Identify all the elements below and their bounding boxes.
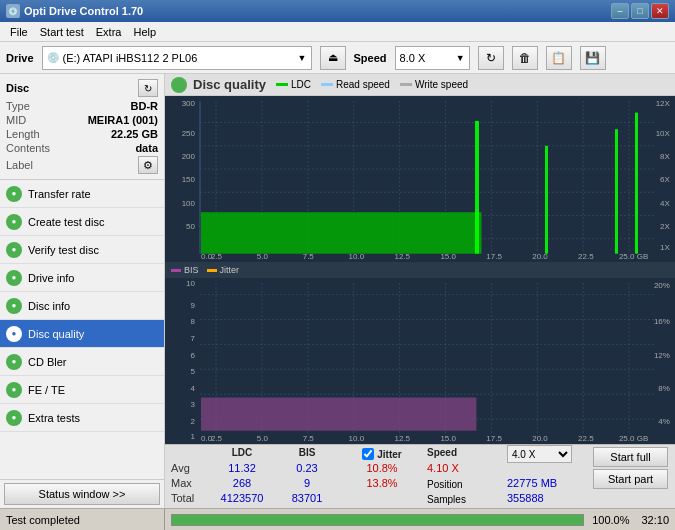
- nav-disc-quality[interactable]: ● Disc quality: [0, 320, 164, 348]
- minimize-button[interactable]: –: [611, 3, 629, 19]
- chart2-container: 10 9 8 7 6 5 4 3 2 1 20% 16% 12% 8% 4%: [165, 278, 675, 444]
- nav-disc-info[interactable]: ● Disc info: [0, 292, 164, 320]
- svg-text:17.5: 17.5: [486, 252, 502, 261]
- legend-write-speed-label: Write speed: [415, 79, 468, 90]
- legend-read-speed-color: [321, 83, 333, 86]
- menu-file[interactable]: File: [4, 24, 34, 40]
- progress-bar-outer: [171, 514, 584, 526]
- close-button[interactable]: ✕: [651, 3, 669, 19]
- eject-button[interactable]: ⏏: [320, 46, 346, 70]
- svg-text:12%: 12%: [654, 351, 670, 360]
- svg-text:2.5: 2.5: [211, 252, 223, 261]
- svg-text:50: 50: [186, 222, 195, 231]
- disc-contents-value: data: [135, 142, 158, 154]
- svg-text:3: 3: [191, 400, 196, 409]
- svg-text:4: 4: [191, 384, 196, 393]
- disc-mid-label: MID: [6, 114, 26, 126]
- max-label: Max: [171, 477, 207, 491]
- maximize-button[interactable]: □: [631, 3, 649, 19]
- svg-text:1: 1: [191, 432, 196, 441]
- svg-text:6X: 6X: [660, 175, 670, 184]
- nav-disc-quality-label: Disc quality: [28, 328, 84, 340]
- speed-label: Speed: [354, 52, 387, 64]
- nav-cd-bler-label: CD Bler: [28, 356, 67, 368]
- disc-length-row: Length 22.25 GB: [6, 128, 158, 140]
- start-part-button[interactable]: Start part: [593, 469, 668, 489]
- menu-extra[interactable]: Extra: [90, 24, 128, 40]
- drive-selection-text: (E:) ATAPI iHBS112 2 PL06: [63, 52, 298, 64]
- stats-jitter-col: Jitter 10.8% 13.8%: [337, 447, 427, 506]
- nav-extra-tests[interactable]: ● Extra tests: [0, 404, 164, 432]
- chart2-svg: 10 9 8 7 6 5 4 3 2 1 20% 16% 12% 8% 4%: [165, 278, 675, 444]
- nav-drive-info-label: Drive info: [28, 272, 74, 284]
- svg-rect-19: [475, 121, 479, 254]
- disc-label-row: Label ⚙: [6, 156, 158, 174]
- save-button[interactable]: 💾: [580, 46, 606, 70]
- svg-text:2.5: 2.5: [211, 434, 223, 443]
- nav-extra-tests-label: Extra tests: [28, 412, 80, 424]
- disc-label-icon[interactable]: ⚙: [138, 156, 158, 174]
- svg-rect-65: [201, 398, 476, 431]
- refresh-button[interactable]: ↻: [478, 46, 504, 70]
- speed-selector[interactable]: 8.0 X ▼: [395, 46, 470, 70]
- svg-text:100: 100: [182, 199, 196, 208]
- avg-speed: 4.10 X: [427, 462, 459, 476]
- chart2-header: BIS Jitter: [165, 262, 675, 278]
- content-title: Disc quality: [193, 77, 266, 92]
- nav-fe-te-label: FE / TE: [28, 384, 65, 396]
- svg-text:10.0: 10.0: [349, 252, 365, 261]
- nav-verify-test-disc-label: Verify test disc: [28, 244, 99, 256]
- svg-text:2: 2: [191, 417, 196, 426]
- disc-contents-row: Contents data: [6, 142, 158, 154]
- disc-refresh-icon[interactable]: ↻: [138, 79, 158, 97]
- max-ldc: 268: [233, 477, 251, 491]
- svg-text:8: 8: [191, 317, 196, 326]
- legend-jitter-label: Jitter: [220, 265, 240, 275]
- nav-transfer-rate[interactable]: ● Transfer rate: [0, 180, 164, 208]
- nav-menu: ● Transfer rate ● Create test disc ● Ver…: [0, 180, 164, 479]
- drive-bar: Drive 💿 (E:) ATAPI iHBS112 2 PL06 ▼ ⏏ Sp…: [0, 42, 675, 74]
- menu-start-test[interactable]: Start test: [34, 24, 90, 40]
- app-icon: 💿: [6, 4, 20, 18]
- nav-create-test-disc[interactable]: ● Create test disc: [0, 208, 164, 236]
- erase-button[interactable]: 🗑: [512, 46, 538, 70]
- svg-text:15.0: 15.0: [440, 252, 456, 261]
- speed-select[interactable]: 4.0 X: [507, 445, 572, 463]
- nav-drive-info-icon: ●: [6, 270, 22, 286]
- copy-button[interactable]: 📋: [546, 46, 572, 70]
- svg-text:16%: 16%: [654, 317, 670, 326]
- nav-disc-info-label: Disc info: [28, 300, 70, 312]
- content-header: Disc quality LDC Read speed Write speed: [165, 74, 675, 96]
- svg-text:6: 6: [191, 351, 196, 360]
- menu-help[interactable]: Help: [127, 24, 162, 40]
- test-completed-label: Test completed: [6, 514, 80, 526]
- disc-type-row: Type BD-R: [6, 100, 158, 112]
- drive-label: Drive: [6, 52, 34, 64]
- start-full-button[interactable]: Start full: [593, 447, 668, 467]
- legend-bis-color: [171, 269, 181, 272]
- svg-text:5.0: 5.0: [257, 252, 269, 261]
- chart1-svg: 300 250 200 150 100 50 12X 10X 8X 6X 4X …: [165, 96, 675, 262]
- drive-selector[interactable]: 💿 (E:) ATAPI iHBS112 2 PL06 ▼: [42, 46, 312, 70]
- svg-text:300: 300: [182, 99, 196, 108]
- speed-value: 8.0 X: [400, 52, 456, 64]
- svg-text:12.5: 12.5: [395, 252, 411, 261]
- jitter-checkbox[interactable]: [362, 448, 374, 460]
- svg-rect-21: [615, 129, 618, 254]
- status-window-button[interactable]: Status window >>: [4, 483, 160, 505]
- nav-drive-info[interactable]: ● Drive info: [0, 264, 164, 292]
- position-row: Position: [427, 477, 463, 491]
- avg-bis: 0.23: [296, 462, 317, 476]
- position-label: Position: [427, 479, 463, 490]
- nav-fe-te[interactable]: ● FE / TE: [0, 376, 164, 404]
- content-title-icon: [171, 77, 187, 93]
- nav-create-test-disc-icon: ●: [6, 214, 22, 230]
- nav-verify-test-disc[interactable]: ● Verify test disc: [0, 236, 164, 264]
- legend-bis-label: BIS: [184, 265, 199, 275]
- avg-jitter: 10.8%: [366, 462, 397, 476]
- samples-label: Samples: [427, 494, 466, 505]
- nav-transfer-rate-icon: ●: [6, 186, 22, 202]
- svg-text:20.0: 20.0: [532, 434, 548, 443]
- nav-cd-bler[interactable]: ● CD Bler: [0, 348, 164, 376]
- sidebar: Disc ↻ Type BD-R MID MEIRA1 (001) Length…: [0, 74, 165, 508]
